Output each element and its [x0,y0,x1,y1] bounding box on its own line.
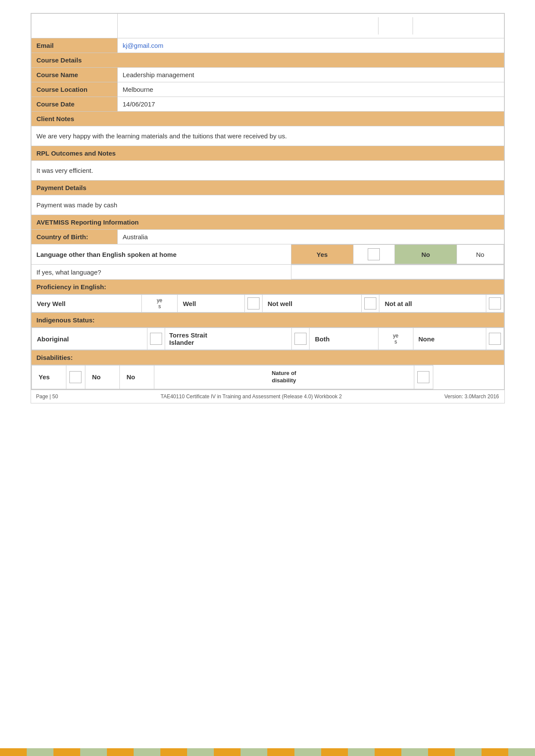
email-link[interactable]: kj@gmail.com [123,42,163,49]
well-checkbox[interactable] [247,297,260,309]
stripe-segment [160,748,187,756]
course-details-header-row: Course Details [31,53,504,68]
payment-text: Payment was made by cash [31,195,504,215]
client-notes-header: Client Notes [31,112,504,126]
footer-title: TAE40110 Certificate IV in Training and … [160,394,341,400]
language-row: Language other than English spoken at ho… [31,244,504,265]
stripe-segment [375,748,401,756]
country-row: Country of Birth: Australia [31,230,504,244]
very-well-label: Very Well [31,295,142,312]
indigenous-header-row: Indigenous Status: [31,313,504,328]
stripe-segment [428,748,455,756]
course-date-row: Course Date 14/06/2017 [31,97,504,112]
ye-s-text2: s [394,339,397,345]
top-cell-1 [31,14,117,38]
rpl-header-row: RPL Outcomes and Notes [31,146,504,161]
disabilities-header: Disabilities: [31,350,504,365]
torres-strait-line1: Torres Strait [169,331,288,339]
page-container: Email kj@gmail.com Course Details Course… [31,13,505,403]
yes-dis-checkbox[interactable] [69,371,81,383]
course-details-header: Course Details [31,53,504,68]
client-notes-text: We are very happy with the learning mate… [31,126,504,146]
stripe-segment [321,748,348,756]
stripe-segment [80,748,107,756]
torres-strait-label: Torres Strait Islander [165,328,292,350]
proficiency-inner-row: Very Well ye s Well Not well [31,295,504,312]
country-value: Australia [117,230,504,244]
stripe-segment [455,748,482,756]
language-yes-checkbox-box[interactable] [368,248,380,260]
stripe-segment [401,748,428,756]
aboriginal-checkbox[interactable] [150,333,162,345]
indigenous-inner-row: Aboriginal Torres Strait Islander [31,328,504,350]
if-yes-inner-table: If yes, what language? [31,265,504,279]
stripe-segment [267,748,294,756]
if-yes-label: If yes, what language? [31,265,291,279]
not-well-checkbox-cell[interactable] [362,295,379,312]
language-inner-table: Language other than English spoken at ho… [31,244,504,264]
top-right-cell-1 [378,17,413,34]
if-yes-row: If yes, what language? [31,265,504,280]
proficiency-header-row: Proficiency in English: [31,280,504,294]
payment-header-row: Payment Details [31,181,504,195]
yes-dis-label: Yes [31,366,66,389]
none-checkbox-cell[interactable] [486,328,504,350]
course-location-label: Course Location [31,82,117,97]
no-dis2-label: No [119,366,154,389]
rpl-text: It was very efficient. [31,161,504,181]
yes-s-label: ye s [142,295,178,312]
torres-checkbox[interactable] [294,333,307,345]
language-yes-checkbox[interactable] [353,245,394,264]
bottom-stripe [0,748,535,756]
indigenous-header: Indigenous Status: [31,313,504,328]
if-yes-answer [291,265,504,279]
stripe-segment [187,748,214,756]
nature-of-disability-label: Nature of disability [161,370,407,384]
torres-checkbox-cell[interactable] [292,328,310,350]
nature-of-disability-line2: disability [272,377,296,384]
if-yes-cell: If yes, what language? [31,265,504,280]
stripe-segment [348,748,375,756]
aboriginal-checkbox-cell[interactable] [147,328,165,350]
course-location-value: Melbourne [117,82,504,97]
stripe-segment [0,748,27,756]
top-row [31,14,504,38]
not-well-label: Not well [262,295,362,312]
yes-dis-checkbox-cell[interactable] [66,366,85,389]
remaining-space [433,366,504,389]
disabilities-options-cell: Yes No No Nature of disability [31,365,504,390]
language-cell: Language other than English spoken at ho… [31,244,504,265]
proficiency-options-row: Very Well ye s Well Not well [31,294,504,313]
none-label: None [413,328,486,350]
none-checkbox[interactable] [489,333,501,345]
nature-dis-checkbox[interactable] [417,371,429,383]
course-location-row: Course Location Melbourne [31,82,504,97]
ye-s-label: ye s [379,328,413,350]
client-notes-header-row: Client Notes [31,112,504,126]
language-question-label: Language other than English spoken at ho… [31,245,291,264]
well-label: Well [178,295,244,312]
both-label: Both [310,328,379,350]
stripe-segment [482,748,508,756]
not-at-all-checkbox-cell[interactable] [486,295,504,312]
not-well-checkbox[interactable] [364,297,376,309]
email-value: kj@gmail.com [117,38,504,53]
well-checkbox-cell[interactable] [244,295,262,312]
course-date-value: 14/06/2017 [117,97,504,112]
course-date-label: Course Date [31,97,117,112]
stripe-segment [107,748,134,756]
not-at-all-label: Not at all [379,295,486,312]
avetmiss-header-row: AVETMISS Reporting Information [31,215,504,230]
footer: Page | 50 TAE40110 Certificate IV in Tra… [31,390,504,403]
main-table: Email kj@gmail.com Course Details Course… [31,13,504,390]
footer-version: Version: 3.0March 2016 [444,394,499,400]
avetmiss-header: AVETMISS Reporting Information [31,215,504,230]
not-at-all-checkbox[interactable] [489,297,501,309]
nature-dis-checkbox-cell[interactable] [414,366,433,389]
disabilities-inner-table: Yes No No Nature of disability [31,365,504,389]
client-notes-text-row: We are very happy with the learning mate… [31,126,504,146]
stripe-segment [53,748,80,756]
proficiency-inner-table: Very Well ye s Well Not well [31,294,504,312]
top-cell-2 [117,14,504,38]
yes-s-text2: s [158,303,161,309]
